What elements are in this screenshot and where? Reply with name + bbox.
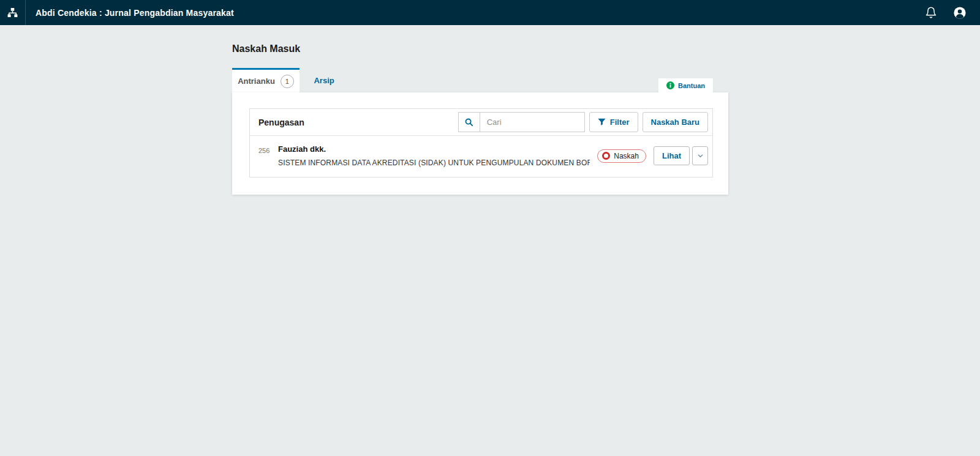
list-panel-title: Penugasan (258, 118, 304, 127)
filter-funnel-icon (598, 118, 606, 126)
tab-arsip[interactable]: Arsip (302, 68, 345, 92)
stage-badge: Naskah (597, 149, 646, 163)
new-submission-label: Naskah Baru (651, 118, 699, 127)
filter-button[interactable]: Filter (589, 112, 638, 132)
new-submission-button[interactable]: Naskah Baru (643, 112, 708, 132)
view-button[interactable]: Lihat (654, 146, 690, 165)
search-box (458, 112, 585, 132)
user-menu-button[interactable] (953, 6, 967, 20)
tab-bar: Antrianku 1 Arsip (232, 68, 728, 92)
list-panel: Penugasan (249, 108, 713, 178)
page-title: Naskah Masuk (232, 43, 728, 54)
topbar: Abdi Cendekia : Jurnal Pengabdian Masyar… (0, 0, 980, 25)
help-button[interactable]: Bantuan (658, 78, 713, 92)
notifications-button[interactable] (925, 6, 937, 19)
stage-badge-label: Naskah (614, 152, 639, 160)
chevron-down-icon (697, 152, 704, 159)
app-title: Abdi Cendekia : Jurnal Pengabdian Masyar… (36, 8, 234, 18)
submission-title: SISTEM INFORMASI DATA AKREDITASI (SIDAK)… (278, 159, 590, 167)
help-label: Bantuan (678, 82, 705, 89)
tab-antrianku[interactable]: Antrianku 1 (232, 68, 300, 92)
search-button[interactable] (459, 113, 480, 132)
tab-antrianku-label: Antrianku (238, 77, 275, 86)
list-panel-header: Penugasan (250, 109, 712, 136)
search-input[interactable] (480, 113, 584, 132)
filter-label: Filter (610, 118, 630, 127)
submission-authors: Fauziah dkk. (278, 144, 590, 154)
user-account-icon (953, 6, 967, 20)
expand-row-button[interactable] (692, 146, 708, 165)
submission-id: 256 (250, 144, 278, 154)
site-nav-button[interactable] (0, 0, 26, 25)
view-button-label: Lihat (662, 151, 681, 160)
help-info-icon (666, 81, 674, 89)
search-icon (464, 118, 473, 127)
tab-arsip-label: Arsip (314, 76, 334, 85)
submission-row: 256 Fauziah dkk. SISTEM INFORMASI DATA A… (250, 136, 712, 177)
submissions-panel: Bantuan Penugasan (232, 92, 728, 195)
queue-count-badge: 1 (281, 75, 294, 88)
stage-dot-icon (602, 152, 610, 160)
notifications-bell-icon (925, 6, 937, 19)
main-content: Naskah Masuk Antrianku 1 Arsip Bantuan P… (232, 25, 728, 195)
sitemap-icon (7, 7, 18, 18)
